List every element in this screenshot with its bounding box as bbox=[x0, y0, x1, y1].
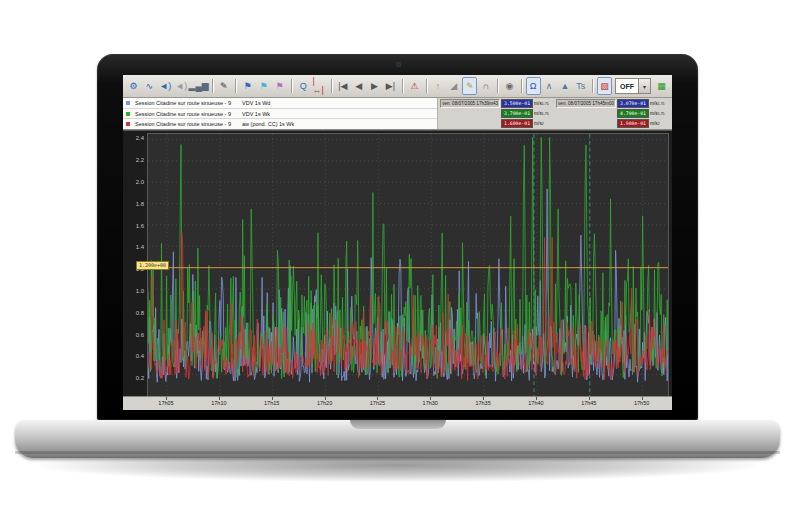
measure-button[interactable]: |↔| bbox=[312, 77, 327, 95]
ramp-icon: ◢ bbox=[450, 82, 457, 91]
marker-pen-button[interactable]: ✎ bbox=[216, 77, 231, 95]
readout-unit: m/s1.75 bbox=[534, 99, 554, 108]
toolbar: ⚙∿◄)◄)▂▄▆✎⚑⚑⚑Q|↔||◀◀▶▶|⚠↑◢✎∩◉Ω∧▲Ts▨OFF▾▦ bbox=[123, 75, 672, 98]
x-axis: 17h0517h1017h1517h2017h2517h3017h3517h40… bbox=[123, 396, 672, 410]
profile-button[interactable]: ∩ bbox=[478, 77, 493, 95]
laptop-screen: ⚙∿◄)◄)▂▄▆✎⚑⚑⚑Q|↔||◀◀▶▶|⚠↑◢✎∩◉Ω∧▲Ts▨OFF▾▦… bbox=[123, 75, 672, 410]
toolbar-separator bbox=[497, 79, 498, 93]
legend-session-label: Session Citadine sur route sinueuse - 9 bbox=[135, 100, 231, 106]
toolbar-separator bbox=[235, 79, 236, 93]
x-tick-label: 17h45 bbox=[581, 400, 596, 406]
peaks-button[interactable]: ∧ bbox=[542, 77, 557, 95]
peaks-fill-button[interactable]: ▲ bbox=[557, 77, 572, 95]
readout-value: 4.700e-01 bbox=[617, 109, 649, 118]
magnet-icon: Ω bbox=[530, 82, 537, 91]
readout-unit: m/s2 bbox=[650, 119, 670, 128]
x-tick-label: 17h15 bbox=[264, 400, 279, 406]
warning-triangle-icon: ⚠ bbox=[410, 82, 418, 91]
cursor-readouts: ven. 08/07/2005 17h39m433.500e-01m/s1.75… bbox=[438, 98, 672, 129]
legend-channel-label: VDV 1s Wd bbox=[242, 100, 270, 106]
alarm-chart-icon: ▨ bbox=[600, 82, 609, 91]
target-button[interactable]: ◉ bbox=[502, 77, 517, 95]
flag-start-icon: ⚑ bbox=[259, 82, 267, 91]
y-tick-label: 1.4 bbox=[136, 244, 144, 250]
legend-row[interactable]: Session Citadine sur route sinueuse - 9a… bbox=[123, 119, 437, 129]
pen-chart-icon: ✎ bbox=[466, 82, 474, 91]
audio-off-button[interactable]: ◄) bbox=[174, 77, 189, 95]
flag-icon: ⚑ bbox=[244, 82, 252, 91]
threshold-up-button[interactable]: ↑ bbox=[430, 77, 445, 95]
readout-unit: m/s1.75 bbox=[650, 99, 670, 108]
chart: 0.20.40.60.81.01.21.41.61.82.02.22.4 1.2… bbox=[123, 130, 672, 410]
readout-unit: m/s1.75 bbox=[650, 109, 670, 118]
toolbar-separator bbox=[426, 79, 427, 93]
laptop-bezel: ⚙∿◄)◄)▂▄▆✎⚑⚑⚑Q|↔||◀◀▶▶|⚠↑◢✎∩◉Ω∧▲Ts▨OFF▾▦… bbox=[97, 54, 698, 420]
plot-area[interactable] bbox=[147, 133, 669, 397]
signal-cursor-button[interactable]: ∿ bbox=[142, 77, 157, 95]
x-tick-label: 17h20 bbox=[317, 400, 332, 406]
readout-unit: m/s1.75 bbox=[534, 109, 554, 118]
data-table-button[interactable]: ▦ bbox=[654, 77, 669, 95]
ramp-button[interactable]: ◢ bbox=[446, 77, 461, 95]
speaker-muted-icon: ◄) bbox=[175, 82, 187, 91]
y-tick-label: 0.8 bbox=[136, 310, 144, 316]
peak-fill-icon: ▲ bbox=[560, 82, 569, 91]
ts-icon: Ts bbox=[576, 82, 585, 91]
flag-button[interactable]: ⚑ bbox=[240, 77, 255, 95]
target-icon: ◉ bbox=[505, 82, 513, 91]
plot-svg bbox=[148, 134, 668, 396]
analysis-app-window: ⚙∿◄)◄)▂▄▆✎⚑⚑⚑Q|↔||◀◀▶▶|⚠↑◢✎∩◉Ω∧▲Ts▨OFF▾▦… bbox=[123, 75, 672, 410]
webcam bbox=[396, 62, 401, 67]
magnet-button[interactable]: Ω bbox=[526, 77, 541, 95]
signal-bars-icon: ▂▄▆ bbox=[189, 82, 209, 91]
signal-level-button[interactable]: ▂▄▆ bbox=[190, 77, 208, 95]
readout-spacer bbox=[440, 119, 500, 128]
y-tick-label: 2.0 bbox=[136, 179, 144, 185]
flag-range-icon: ⚑ bbox=[275, 82, 283, 91]
signal-curve-icon: ∿ bbox=[146, 82, 154, 91]
readout-spacer bbox=[556, 119, 616, 128]
readout-value: 3.700e-01 bbox=[501, 109, 533, 118]
filter-mode-dropdown[interactable]: OFF▾ bbox=[615, 78, 651, 94]
alarm-view-button[interactable]: ▨ bbox=[597, 77, 612, 95]
legend-row[interactable]: Session Citadine sur route sinueuse - 9V… bbox=[123, 109, 437, 120]
annotate-button[interactable]: ✎ bbox=[462, 77, 477, 95]
toolbar-separator bbox=[212, 79, 213, 93]
readout-value: 3.070e-01 bbox=[617, 99, 649, 108]
zoom-button[interactable]: Q bbox=[296, 77, 311, 95]
audio-on-button[interactable]: ◄) bbox=[158, 77, 173, 95]
settings-button[interactable]: ⚙ bbox=[126, 77, 141, 95]
x-tick-label: 17h10 bbox=[211, 400, 226, 406]
cursor-readout-group: ven. 08/07/2005 17h39m433.500e-01m/s1.75… bbox=[440, 99, 554, 128]
x-tick-label: 17h40 bbox=[528, 400, 543, 406]
gear-icon: ⚙ bbox=[129, 82, 137, 91]
toolbar-separator bbox=[592, 79, 593, 93]
threshold-up-icon: ↑ bbox=[436, 82, 441, 91]
readout-row: 4.700e-01m/s1.75 bbox=[556, 109, 670, 118]
readout-row: ven. 08/07/2005 17h39m433.500e-01m/s1.75 bbox=[440, 99, 554, 108]
y-tick-label: 0.4 bbox=[136, 353, 144, 359]
legend-row[interactable]: Session Citadine sur route sinueuse - 9V… bbox=[123, 98, 437, 109]
y-tick-label: 2.4 bbox=[136, 135, 144, 141]
nav-last-icon: ▶| bbox=[386, 82, 395, 91]
go-previous-button[interactable]: ◀ bbox=[351, 77, 366, 95]
chevron-down-icon[interactable]: ▾ bbox=[638, 79, 650, 93]
flag-range-button[interactable]: ⚑ bbox=[272, 77, 287, 95]
go-last-button[interactable]: ▶| bbox=[383, 77, 398, 95]
legend-channel-label: aw (pond. CC) 1s Wk bbox=[242, 121, 294, 127]
readout-spacer bbox=[556, 109, 616, 118]
alarm-button[interactable]: ⚠ bbox=[407, 77, 422, 95]
laptop-base bbox=[15, 420, 780, 458]
go-next-button[interactable]: ▶ bbox=[367, 77, 382, 95]
readout-row: ven. 08/07/2005 17h45m003.070e-01m/s1.75 bbox=[556, 99, 670, 108]
laptop-base-edge bbox=[15, 451, 780, 454]
go-first-button[interactable]: |◀ bbox=[335, 77, 350, 95]
readout-value: 3.500e-01 bbox=[501, 99, 533, 108]
y-tick-label: 1.6 bbox=[136, 223, 144, 229]
toolbar-separator bbox=[291, 79, 292, 93]
time-signal-button[interactable]: Ts bbox=[573, 77, 588, 95]
x-tick-label: 17h30 bbox=[423, 400, 438, 406]
dune-icon: ∩ bbox=[482, 82, 488, 91]
flag-start-button[interactable]: ⚑ bbox=[256, 77, 271, 95]
readout-spacer bbox=[440, 109, 500, 118]
